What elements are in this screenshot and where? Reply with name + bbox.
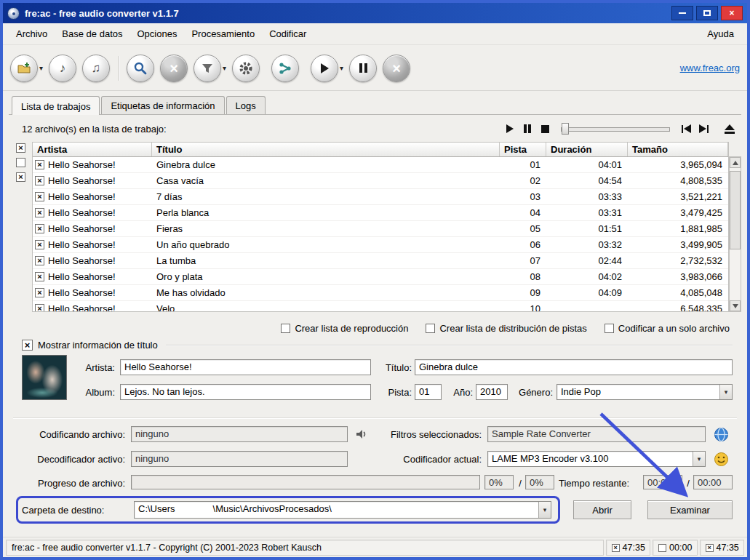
track-field[interactable]: 01	[415, 384, 442, 400]
table-row[interactable]: ×Hello Seahorse! Un año quebrado 06 03:3…	[33, 237, 728, 253]
cddb-query-button[interactable]	[127, 55, 154, 82]
current-encoder-combo[interactable]: LAME MP3 Encoder v3.100 ▾	[487, 451, 706, 467]
copyright-text: fre:ac - free audio converter v1.1.7 - C…	[12, 543, 322, 553]
row-checkbox[interactable]: ×	[35, 288, 44, 297]
column-header-duracion[interactable]: Duración	[546, 143, 628, 156]
row-checkbox[interactable]: ×	[35, 304, 44, 311]
encoder-dropdown-button[interactable]: ▾	[693, 452, 705, 466]
genre-dropdown-button[interactable]: ▾	[719, 385, 732, 399]
next-track-button[interactable]	[695, 121, 712, 136]
column-header-titulo[interactable]: Título	[152, 143, 500, 156]
add-audio-cd-button[interactable]: ♪	[49, 55, 76, 82]
stop-icon	[541, 125, 549, 133]
artist-field[interactable]: Hello Seahorse!	[120, 359, 371, 375]
filter-button[interactable]	[194, 55, 221, 82]
table-row[interactable]: ×Hello Seahorse! 7 días 03 03:33 3,521,2…	[33, 189, 728, 205]
maximize-button[interactable]	[696, 6, 718, 20]
create-cuesheet-option[interactable]: Crear lista de distribución de pistas	[426, 323, 586, 334]
open-folder-button[interactable]: Abrir	[573, 500, 631, 519]
start-encoding-dropdown-arrow[interactable]: ▾	[340, 64, 343, 72]
pause-button[interactable]	[519, 121, 536, 136]
playlist-button[interactable]: ♫	[82, 55, 110, 82]
freac-website-link[interactable]: www.freac.org	[680, 63, 740, 73]
toggle-selection-checkbox[interactable]: ×	[16, 172, 25, 182]
close-button[interactable]: ×	[721, 6, 743, 20]
tab-etiquetas-de-informacion[interactable]: Etiquetas de información	[101, 96, 224, 114]
pause-encoding-button[interactable]	[349, 55, 377, 82]
menu-base-de-datos[interactable]: Base de datos	[55, 25, 129, 42]
create-playlist-checkbox[interactable]	[281, 324, 290, 333]
row-checkbox[interactable]: ×	[35, 240, 44, 249]
row-checkbox[interactable]: ×	[35, 160, 44, 169]
scroll-up-button[interactable]	[730, 157, 741, 168]
title-field[interactable]: Ginebra dulce	[415, 359, 733, 375]
minimize-button[interactable]	[671, 6, 693, 20]
menu-archivo[interactable]: Archivo	[9, 25, 55, 42]
tab-logs[interactable]: Logs	[226, 96, 266, 114]
vertical-scrollbar[interactable]	[729, 156, 741, 312]
previous-track-button[interactable]	[677, 121, 695, 136]
table-row[interactable]: ×Hello Seahorse! Perla blanca 04 03:31 3…	[33, 205, 728, 221]
table-row[interactable]: ×Hello Seahorse! Me has olvidado 09 04:0…	[33, 285, 728, 301]
output-folder-combo[interactable]: C:\Users\Music\ArchivosProcesados\ ▾	[134, 501, 551, 519]
tab-lista-de-trabajos[interactable]: Lista de trabajos	[12, 96, 100, 115]
row-checkbox[interactable]: ×	[35, 256, 44, 265]
create-playlist-option[interactable]: Crear lista de reproducción	[281, 323, 408, 334]
start-encoding-button[interactable]	[311, 55, 338, 82]
previous-icon	[684, 124, 691, 133]
select-none-checkbox[interactable]	[16, 158, 25, 167]
menu-opciones[interactable]: Opciones	[129, 25, 184, 42]
cell-duration: 04:54	[546, 175, 628, 186]
configure-encoder-button[interactable]	[232, 55, 260, 82]
total-time-field: 00:00	[693, 475, 733, 489]
row-checkbox[interactable]: ×	[35, 176, 44, 185]
pause-icon	[524, 124, 531, 133]
row-checkbox[interactable]: ×	[35, 272, 44, 281]
eject-button[interactable]	[721, 121, 738, 136]
column-header-artista[interactable]: Artista	[33, 143, 152, 156]
stop-encoding-button[interactable]: ×	[383, 55, 410, 82]
share-button[interactable]	[271, 55, 299, 82]
album-field[interactable]: Lejos. No tan lejos.	[120, 384, 371, 400]
column-header-tamano[interactable]: Tamaño	[628, 143, 728, 156]
cell-size: 3,499,905	[628, 239, 728, 250]
scroll-down-button[interactable]	[730, 300, 741, 311]
titlebar: fre:ac - free audio converter v1.1.7 ×	[3, 3, 747, 23]
table-row[interactable]: ×Hello Seahorse! Oro y plata 08 04:02 3,…	[33, 269, 728, 285]
column-header-pista[interactable]: Pista	[500, 143, 546, 156]
row-checkbox[interactable]: ×	[35, 192, 44, 201]
stop-button[interactable]	[536, 121, 554, 136]
album-art[interactable]	[22, 355, 67, 400]
seek-slider-thumb[interactable]	[562, 123, 569, 135]
encoder-settings-button[interactable]	[713, 451, 729, 467]
output-folder-dropdown-button[interactable]: ▾	[538, 502, 551, 518]
table-row[interactable]: ×Hello Seahorse! Velo 10 6,548,335	[33, 301, 728, 311]
select-all-checkbox[interactable]: ×	[16, 143, 25, 153]
single-file-checkbox[interactable]	[605, 324, 614, 333]
filter-dropdown-arrow[interactable]: ▾	[223, 64, 226, 72]
show-title-info-checkbox[interactable]: ×	[22, 340, 33, 351]
seek-slider[interactable]	[561, 122, 670, 135]
general-settings-button[interactable]: ×	[160, 55, 188, 82]
menu-procesamiento[interactable]: Procesamiento	[184, 25, 262, 42]
cell-artist: Hello Seahorse!	[48, 239, 116, 250]
table-row[interactable]: ×Hello Seahorse! La tumba 07 02:44 2,732…	[33, 253, 728, 269]
menu-codificar[interactable]: Codificar	[262, 25, 314, 42]
add-files-dropdown-arrow[interactable]: ▾	[39, 64, 43, 72]
scrollbar-thumb[interactable]	[730, 171, 741, 249]
add-files-button[interactable]	[10, 55, 38, 82]
table-row[interactable]: ×Hello Seahorse! Casa vacía 02 04:54 4,8…	[33, 173, 728, 189]
menu-ayuda[interactable]: Ayuda	[700, 25, 741, 42]
row-checkbox[interactable]: ×	[35, 208, 44, 217]
table-row[interactable]: ×Hello Seahorse! Fieras 05 01:51 1,881,9…	[33, 221, 728, 237]
row-checkbox[interactable]: ×	[35, 224, 44, 233]
year-field[interactable]: 2010	[476, 384, 508, 400]
play-button[interactable]	[501, 121, 519, 136]
filters-globe-button[interactable]	[713, 426, 729, 442]
genre-combo[interactable]: Indie Pop ▾	[556, 384, 733, 400]
table-row[interactable]: ×Hello Seahorse! Ginebra dulce 01 04:01 …	[33, 157, 728, 173]
browse-folder-button[interactable]: Examinar	[647, 500, 733, 519]
single-file-option[interactable]: Codificar a un solo archivo	[605, 323, 730, 334]
create-cuesheet-checkbox[interactable]	[426, 324, 435, 333]
encode-options-row: Crear lista de reproducción Crear lista …	[221, 320, 730, 336]
